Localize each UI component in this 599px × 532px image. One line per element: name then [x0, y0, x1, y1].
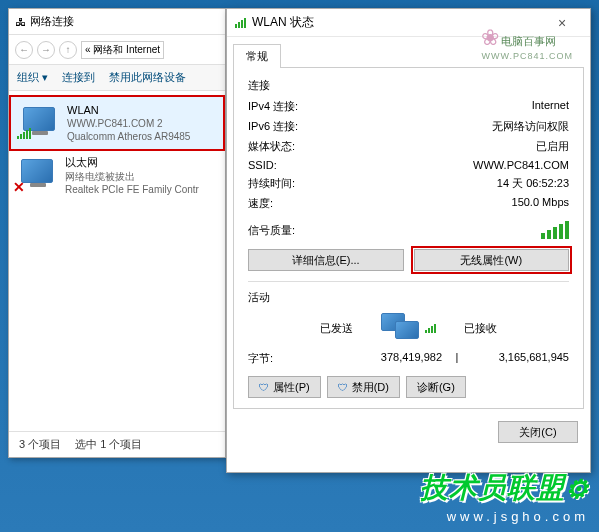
network-icon: 🖧	[15, 16, 26, 28]
connect-to-button[interactable]: 连接到	[62, 70, 95, 85]
recv-label: 已接收	[464, 321, 497, 336]
signal-quality-label: 信号质量:	[248, 223, 295, 238]
media-value: 已启用	[536, 139, 569, 154]
tab-general[interactable]: 常规	[233, 44, 281, 68]
back-title: 网络连接	[30, 14, 74, 29]
signal-bars-icon	[17, 128, 31, 139]
address-bar[interactable]: ← → ↑ « 网络和 Internet	[9, 35, 225, 65]
dialog-title: WLAN 状态	[252, 14, 314, 31]
close-button[interactable]: 关闭(C)	[498, 421, 578, 443]
duration-value: 14 天 06:52:23	[497, 176, 569, 191]
wlan-adapter-icon	[19, 103, 59, 135]
shield-icon: 🛡	[338, 382, 348, 393]
back-titlebar: 🖧 网络连接	[9, 9, 225, 35]
ssid-label: SSID:	[248, 159, 277, 171]
disable-button[interactable]: 🛡禁用(D)	[327, 376, 400, 398]
status-bar: 3 个项目 选中 1 个项目	[9, 431, 225, 457]
adapter-status: 网络电缆被拔出	[65, 170, 217, 183]
ipv6-label: IPv6 连接:	[248, 119, 298, 134]
shield-icon: 🛡	[259, 382, 269, 393]
speed-value: 150.0 Mbps	[512, 196, 569, 211]
disconnected-icon: ✕	[13, 179, 25, 195]
activity-icon	[381, 313, 436, 343]
speed-label: 速度:	[248, 196, 273, 211]
media-label: 媒体状态:	[248, 139, 295, 154]
tab-content: 连接 IPv4 连接:Internet IPv6 连接:无网络访问权限 媒体状态…	[233, 67, 584, 409]
back-arrow-icon[interactable]: ←	[15, 41, 33, 59]
watermark: ❀电脑百事网 WWW.PC841.COM	[481, 25, 573, 61]
adapter-ssid: WWW.PC841.COM 2	[67, 117, 215, 130]
wireless-properties-button[interactable]: 无线属性(W)	[414, 249, 570, 271]
organize-menu[interactable]: 组织 ▾	[17, 70, 48, 85]
adapter-device: Realtek PCIe FE Family Contr	[65, 183, 217, 196]
bytes-recv-value: 3,165,681,945	[472, 351, 569, 366]
wifi-icon	[235, 18, 246, 28]
ipv4-value: Internet	[532, 99, 569, 114]
item-count: 3 个项目	[19, 437, 61, 452]
bytes-label: 字节:	[248, 351, 345, 366]
activity-section-label: 活动	[248, 290, 569, 305]
ipv4-label: IPv4 连接:	[248, 99, 298, 114]
adapter-list: WLAN WWW.PC841.COM 2 Qualcomm Atheros AR…	[9, 91, 225, 208]
adapter-name: 以太网	[65, 155, 217, 169]
up-arrow-icon[interactable]: ↑	[59, 41, 77, 59]
ipv6-value: 无网络访问权限	[492, 119, 569, 134]
adapter-device: Qualcomm Atheros AR9485	[67, 130, 215, 143]
bytes-separator: |	[442, 351, 472, 366]
breadcrumb[interactable]: « 网络和 Internet	[81, 41, 164, 59]
adapter-ethernet[interactable]: ✕ 以太网 网络电缆被拔出 Realtek PCIe FE Family Con…	[9, 149, 225, 201]
wlan-status-window: WLAN 状态 × 常规 连接 IPv4 连接:Internet IPv6 连接…	[226, 8, 591, 473]
adapter-wlan[interactable]: WLAN WWW.PC841.COM 2 Qualcomm Atheros AR…	[9, 95, 225, 151]
site-logo: 技术员联盟⚙ www.jsgho.com	[420, 469, 589, 524]
selected-count: 选中 1 个项目	[75, 437, 142, 452]
connection-section-label: 连接	[248, 78, 569, 93]
sent-label: 已发送	[320, 321, 353, 336]
ethernet-adapter-icon: ✕	[17, 155, 57, 187]
signal-quality-icon	[541, 221, 569, 239]
disable-device-button[interactable]: 禁用此网络设备	[109, 70, 186, 85]
network-connections-window: 🖧 网络连接 ← → ↑ « 网络和 Internet 组织 ▾ 连接到 禁用此…	[8, 8, 226, 458]
flower-icon: ❀	[481, 25, 499, 50]
divider	[248, 281, 569, 282]
diagnose-button[interactable]: 诊断(G)	[406, 376, 466, 398]
gear-icon: ⚙	[565, 474, 589, 504]
forward-arrow-icon: →	[37, 41, 55, 59]
ssid-value: WWW.PC841.COM	[473, 159, 569, 171]
duration-label: 持续时间:	[248, 176, 295, 191]
details-button[interactable]: 详细信息(E)...	[248, 249, 404, 271]
properties-button[interactable]: 🛡属性(P)	[248, 376, 321, 398]
bytes-sent-value: 378,419,982	[345, 351, 442, 366]
adapter-name: WLAN	[67, 103, 215, 117]
toolbar: 组织 ▾ 连接到 禁用此网络设备	[9, 65, 225, 91]
